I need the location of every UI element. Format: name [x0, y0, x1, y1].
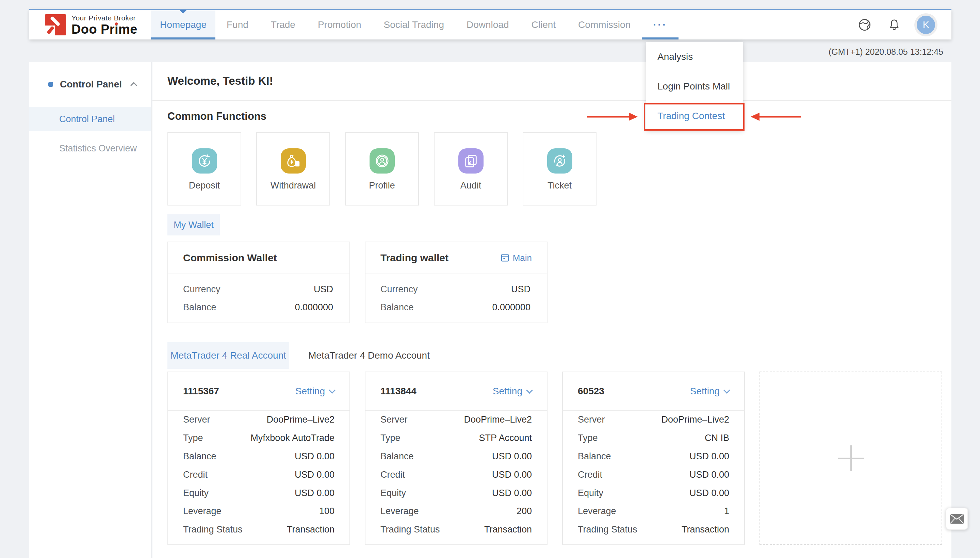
account-row: Trading StatusTransaction — [578, 520, 729, 539]
account-row: EquityUSD 0.00 — [578, 484, 729, 502]
account-tabs: MetaTrader 4 Real Account MetaTrader 4 D… — [153, 342, 951, 369]
wallet-title: Commission Wallet — [183, 252, 277, 264]
account-row: Leverage100 — [183, 502, 335, 520]
account-row: BalanceUSD 0.00 — [183, 447, 335, 466]
contact-mail-button[interactable] — [946, 508, 968, 530]
nav-homepage[interactable]: Homepage — [151, 10, 215, 39]
account-row: BalanceUSD 0.00 — [578, 447, 729, 466]
account-row: EquityUSD 0.00 — [183, 484, 335, 502]
account-number: 1115367 — [183, 386, 219, 397]
commission-wallet-card: Commission Wallet CurrencyUSD Balance0.0… — [167, 241, 350, 323]
wallet-row-balance: Balance0.000000 — [168, 301, 350, 313]
account-card-1113844: 1113844 Setting ServerDooPrime–Live2 Typ… — [365, 371, 548, 545]
account-row: Leverage200 — [381, 502, 532, 520]
sidebar: Control Panel Control Panel Statistics O… — [29, 62, 152, 558]
main-wallet-link[interactable]: Main — [501, 253, 532, 263]
account-row: CreditUSD 0.00 — [183, 466, 335, 484]
account-row: Leverage1 — [578, 502, 729, 520]
main-nav: Homepage Fund Trade Promotion Social Tra… — [151, 10, 678, 39]
trading-wallet-card: Trading wallet Main CurrencyUSD Balance0… — [365, 241, 548, 323]
wallet-cards-row: Commission Wallet CurrencyUSD Balance0.0… — [153, 241, 951, 323]
wallet-row-balance: Balance0.000000 — [366, 301, 547, 313]
sidebar-item-control-panel[interactable]: Control Panel — [29, 107, 151, 131]
audit-icon — [458, 148, 484, 174]
setting-dropdown[interactable]: Setting — [493, 386, 532, 397]
account-row: TypeCN IB — [578, 429, 729, 447]
doo-prime-logo-icon — [45, 14, 66, 35]
brand-tagline: Your Private Broker — [71, 14, 138, 21]
wallet-row-currency: CurrencyUSD — [366, 283, 547, 295]
account-row: Trading StatusTransaction — [183, 520, 335, 539]
nav-commission[interactable]: Commission — [567, 10, 642, 39]
main-content: Welcome, Testib KI! Common Functions Dep… — [153, 62, 951, 558]
menu-item-analysis[interactable]: Analysis — [646, 42, 743, 72]
profile-card[interactable]: Profile — [345, 132, 419, 205]
envelope-icon — [950, 514, 964, 524]
plus-icon — [838, 445, 864, 471]
account-row: TypeMyfxbook AutoTrade — [183, 429, 335, 447]
tab-mt4-real-account[interactable]: MetaTrader 4 Real Account — [167, 342, 289, 369]
nav-social-trading[interactable]: Social Trading — [373, 10, 455, 39]
account-row: TypeSTP Account — [381, 429, 532, 447]
notifications-bell-icon[interactable] — [888, 18, 901, 32]
deposit-card[interactable]: Deposit — [167, 132, 241, 205]
setting-dropdown[interactable]: Setting — [690, 386, 729, 397]
bullet-icon — [48, 82, 53, 87]
nav-download[interactable]: Download — [455, 10, 520, 39]
account-row: EquityUSD 0.00 — [381, 484, 532, 502]
wallet-card-icon — [501, 253, 509, 262]
nav-trade[interactable]: Trade — [259, 10, 307, 39]
audit-card[interactable]: Audit — [434, 132, 508, 205]
setting-dropdown[interactable]: Setting — [295, 386, 335, 397]
account-row: ServerDooPrime–Live2 — [183, 411, 335, 429]
brand-logo[interactable]: Your Private Broker Doo Prime — [29, 10, 151, 39]
annotation-highlight-box — [644, 103, 745, 131]
menu-item-login-points-mall[interactable]: Login Points Mall — [646, 72, 743, 102]
tab-mt4-demo-account[interactable]: MetaTrader 4 Demo Account — [289, 342, 449, 369]
account-row: ServerDooPrime–Live2 — [578, 411, 729, 429]
wallet-row-currency: CurrencyUSD — [168, 283, 350, 295]
ticket-card[interactable]: Ticket — [523, 132, 596, 205]
annotation-arrow-right — [750, 112, 802, 122]
nav-fund[interactable]: Fund — [215, 10, 259, 39]
brand-name: Doo Prime — [71, 23, 138, 36]
account-cards-row: 1115367 Setting ServerDooPrime–Live2 Typ… — [153, 371, 951, 545]
language-globe-icon[interactable] — [857, 18, 872, 32]
withdrawal-icon — [281, 148, 306, 174]
wallet-title: Trading wallet — [381, 252, 448, 264]
account-number: 60523 — [578, 386, 604, 397]
profile-icon — [369, 148, 395, 174]
my-wallet-tab[interactable]: My Wallet — [167, 214, 220, 235]
sidebar-group-control-panel[interactable]: Control Panel — [29, 62, 151, 107]
chevron-up-icon — [130, 82, 137, 89]
chevron-down-icon — [724, 387, 730, 394]
account-card-60523: 60523 Setting ServerDooPrime–Live2 TypeC… — [562, 371, 745, 545]
top-navbar: Your Private Broker Doo Prime Homepage F… — [29, 9, 951, 39]
common-functions-row: Deposit Withdrawal — [153, 132, 951, 205]
account-row: CreditUSD 0.00 — [381, 466, 532, 484]
common-functions-title: Common Functions — [153, 101, 951, 132]
nav-more[interactable]: ··· — [642, 10, 678, 39]
account-row: BalanceUSD 0.00 — [381, 447, 532, 466]
welcome-heading: Welcome, Testib KI! — [153, 62, 951, 101]
add-account-card[interactable] — [760, 371, 942, 545]
account-number: 1113844 — [381, 386, 417, 397]
chevron-down-icon — [526, 387, 533, 394]
user-avatar[interactable]: K — [917, 16, 935, 34]
nav-client[interactable]: Client — [520, 10, 567, 39]
annotation-arrow-left — [587, 112, 639, 122]
withdrawal-card[interactable]: Withdrawal — [256, 132, 330, 205]
sidebar-item-statistics-overview[interactable]: Statistics Overview — [29, 136, 151, 161]
account-row: Trading StatusTransaction — [381, 520, 532, 539]
chevron-down-icon — [329, 387, 335, 394]
account-card-1115367: 1115367 Setting ServerDooPrime–Live2 Typ… — [167, 371, 350, 545]
account-row: ServerDooPrime–Live2 — [381, 411, 532, 429]
account-row: CreditUSD 0.00 — [578, 466, 729, 484]
page: Your Private Broker Doo Prime Homepage F… — [0, 0, 980, 558]
server-time: (GMT+1) 2020.08.05 13:12:45 — [829, 47, 943, 57]
ticket-icon — [547, 148, 572, 174]
nav-promotion[interactable]: Promotion — [307, 10, 373, 39]
deposit-icon — [192, 148, 217, 174]
